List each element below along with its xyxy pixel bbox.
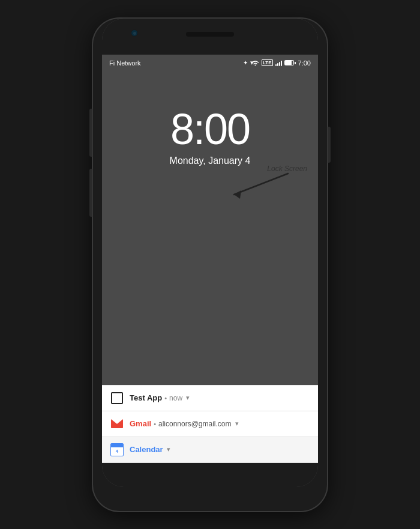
wifi-signal-icon [251, 60, 259, 66]
testapp-name: Test App [130, 393, 162, 402]
notification-testapp[interactable]: Test App • now ▾ [102, 385, 318, 411]
gmail-icon [110, 417, 124, 431]
clock-display: 8:00 [170, 107, 250, 151]
signal-bars-icon [275, 60, 282, 66]
calendar-icon: 4 [110, 443, 124, 456]
notification-calendar[interactable]: 4 Calendar ▾ [102, 437, 318, 463]
top-bezel [102, 19, 318, 55]
gmail-name: Gmail [130, 419, 151, 428]
calendar-content: Calendar ▾ [130, 445, 310, 454]
lock-area: 8:00 Monday, January 4 [102, 71, 318, 385]
testapp-time: now [169, 394, 182, 402]
status-icons: ✦ ▾ LTE [243, 59, 311, 67]
clock-date: Monday, January 4 [170, 156, 251, 166]
gmail-content: Gmail • aliconnors@gmail.com ▾ [130, 419, 310, 428]
testapp-content: Test App • now ▾ [130, 393, 310, 402]
screen: Fi Network ✦ ▾ LTE [102, 55, 318, 463]
battery-icon [284, 60, 296, 65]
gmail-dot: • [154, 420, 156, 428]
notifications-panel: Test App • now ▾ Gmail • [102, 385, 318, 463]
status-bar: Fi Network ✦ ▾ LTE [102, 55, 318, 71]
testapp-icon [110, 391, 124, 405]
status-time: 7:00 [298, 59, 311, 67]
calendar-name: Calendar [130, 445, 163, 454]
front-camera [131, 29, 138, 37]
phone-screen: Fi Network ✦ ▾ LTE [102, 19, 318, 487]
testapp-dot: • [164, 394, 167, 402]
gmail-chevron-icon[interactable]: ▾ [235, 420, 239, 428]
phone-device: Fi Network ✦ ▾ LTE [93, 19, 327, 511]
bluetooth-icon: ✦ [243, 59, 248, 66]
network-label: Fi Network [109, 59, 141, 67]
speaker [186, 32, 234, 37]
notification-gmail[interactable]: Gmail • aliconnors@gmail.com ▾ [102, 411, 318, 437]
lte-icon: LTE [262, 59, 273, 66]
calendar-chevron-icon[interactable]: ▾ [167, 446, 170, 453]
gmail-email: aliconnors@gmail.com [158, 420, 232, 428]
testapp-chevron-icon[interactable]: ▾ [186, 394, 190, 402]
bottom-bezel [102, 463, 318, 487]
screen-content: 8:00 Monday, January 4 Test App • now [102, 71, 318, 463]
